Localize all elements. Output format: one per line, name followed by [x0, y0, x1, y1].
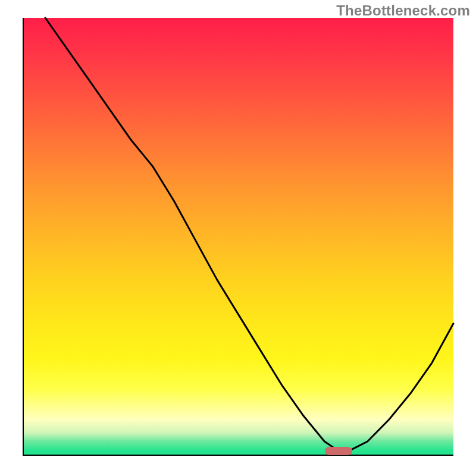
chart-container: TheBottleneck.com: [0, 0, 476, 476]
watermark-text: TheBottleneck.com: [336, 2, 470, 19]
curve-svg: [24, 18, 453, 455]
optimum-marker: [325, 447, 352, 455]
bottleneck-curve-path: [45, 18, 453, 450]
plot-area: [23, 18, 453, 456]
